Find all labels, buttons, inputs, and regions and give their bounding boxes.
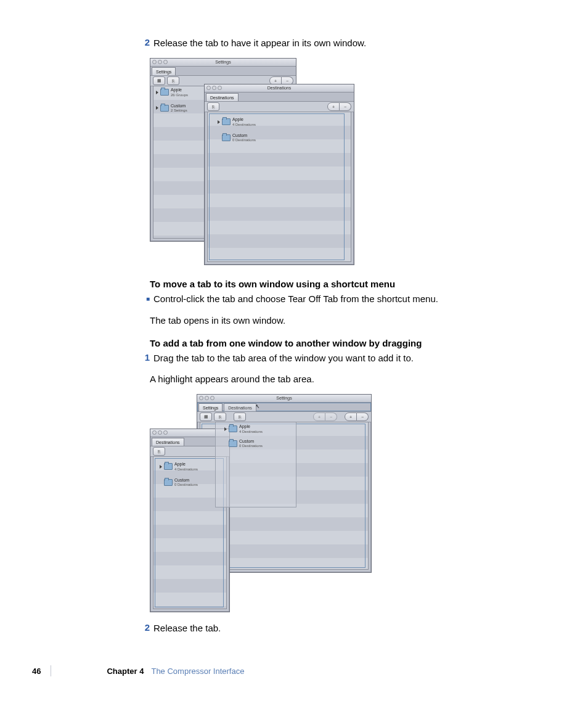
tab-settings[interactable]: Settings xyxy=(198,403,223,411)
list-item[interactable]: Apple26 Groups xyxy=(153,86,293,98)
list-item[interactable]: Custom2 Settings xyxy=(153,102,293,114)
step-1: 1 Drag the tab to the tab area of the wi… xyxy=(139,352,521,364)
window-title: Settings xyxy=(215,60,231,64)
paragraph: A highlight appears around the tab area. xyxy=(150,373,521,385)
traffic-lights xyxy=(199,396,214,400)
step-2b: 2 Release the tab. xyxy=(139,622,521,634)
duplicate-button[interactable]: ⎘ xyxy=(234,413,246,421)
item-label: Custom2 Settings xyxy=(171,104,187,113)
page-footer: 46 Chapter 4 The Compressor Interface xyxy=(32,665,244,676)
list-area: Apple4 Destinations Custom0 Destinations xyxy=(207,112,351,262)
item-label: Apple4 Destinations xyxy=(174,462,198,471)
bullet-text: Control-click the tab and choose Tear Of… xyxy=(153,293,438,305)
item-label: Custom0 Destinations xyxy=(174,478,198,487)
item-label: Apple26 Groups xyxy=(171,88,188,97)
step-number: 2 xyxy=(139,622,150,634)
step-text: Release the tab. xyxy=(153,622,221,634)
list-item[interactable]: Custom0 Destinations xyxy=(215,132,351,144)
tab-bar-highlight: Settings Destinations ↖ xyxy=(197,403,371,412)
add-remove-group: + − xyxy=(313,413,337,421)
folder-icon xyxy=(229,425,237,432)
chapter-title: The Compressor Interface xyxy=(151,667,244,676)
new-folder-button[interactable]: ▦ xyxy=(153,76,165,85)
titlebar: Settings xyxy=(197,395,371,403)
remove-button[interactable]: − xyxy=(325,413,337,421)
item-label: Custom0 Destinations xyxy=(239,439,263,448)
add-remove-group: + − xyxy=(345,413,369,421)
disclosure-icon[interactable] xyxy=(156,106,158,110)
step-text: Release the tab to have it appear in its… xyxy=(153,37,366,49)
tab-settings[interactable]: Settings xyxy=(152,67,176,75)
disclosure-icon[interactable] xyxy=(218,120,220,124)
window-title: Settings xyxy=(276,396,292,400)
duplicate-button[interactable]: ⎘ xyxy=(167,76,179,85)
drag-ghost-panel: Apple4 Destinations Custom0 Destinations xyxy=(215,422,296,507)
traffic-lights xyxy=(152,430,168,435)
duplicate-button[interactable]: ⎘ xyxy=(153,447,165,456)
add-button[interactable]: + xyxy=(313,413,325,421)
bullet-item: ■ Control-click the tab and choose Tear … xyxy=(139,293,521,305)
add-button[interactable]: + xyxy=(345,413,357,421)
new-folder-button[interactable]: ▦ xyxy=(200,413,212,421)
heading-dragging: To add a tab from one window to another … xyxy=(150,338,521,348)
heading-shortcut-menu: To move a tab to its own window using a … xyxy=(150,279,521,289)
folder-icon xyxy=(164,479,173,486)
add-button[interactable]: + xyxy=(327,102,340,111)
folder-icon xyxy=(222,134,231,141)
chapter-label: Chapter 4 xyxy=(107,667,144,676)
list-item[interactable]: Apple4 Destinations xyxy=(215,116,351,128)
folder-icon xyxy=(160,89,169,96)
step-text: Drag the tab to the tab area of the wind… xyxy=(153,352,414,364)
titlebar: Settings xyxy=(150,59,296,67)
item-label: Apple4 Destinations xyxy=(232,117,256,126)
figure-2: Settings Settings Destinations ↖ ▦ ⎘ ⎘ +… xyxy=(150,394,521,616)
disclosure-icon xyxy=(224,427,227,431)
remove-button[interactable]: − xyxy=(357,413,369,421)
item-label: Apple4 Destinations xyxy=(239,424,263,433)
remove-button[interactable]: − xyxy=(340,102,351,111)
folder-icon xyxy=(222,118,231,125)
bullet-icon: ■ xyxy=(139,295,150,305)
disclosure-icon[interactable] xyxy=(160,465,162,469)
traffic-lights xyxy=(152,60,168,64)
figure-1: Settings Settings ▦ ⎘ + − xyxy=(150,58,521,268)
footer-divider xyxy=(51,665,51,676)
duplicate-button[interactable]: ⎘ xyxy=(214,413,226,421)
folder-icon xyxy=(160,105,169,112)
folder-icon xyxy=(229,440,237,447)
step-2a: 2 Release the tab to have it appear in i… xyxy=(139,37,521,49)
page-number: 46 xyxy=(32,667,41,676)
folder-icon xyxy=(164,463,173,470)
paragraph: The tab opens in its own window. xyxy=(150,314,521,327)
add-remove-group: + − xyxy=(327,102,351,111)
tab-destinations[interactable]: Destinations xyxy=(152,438,184,446)
step-number: 1 xyxy=(139,352,150,364)
toolbar: ▦ ⎘ ⎘ + − + − xyxy=(197,412,371,422)
step-number: 2 xyxy=(139,37,150,49)
item-label: Custom0 Destinations xyxy=(232,133,256,142)
disclosure-icon[interactable] xyxy=(156,91,158,94)
list-item: Apple4 Destinations xyxy=(222,423,296,435)
list-item: Custom0 Destinations xyxy=(222,438,296,449)
tab-destinations-dragging[interactable]: Destinations xyxy=(224,403,256,411)
tab-bar: Settings xyxy=(150,67,296,76)
